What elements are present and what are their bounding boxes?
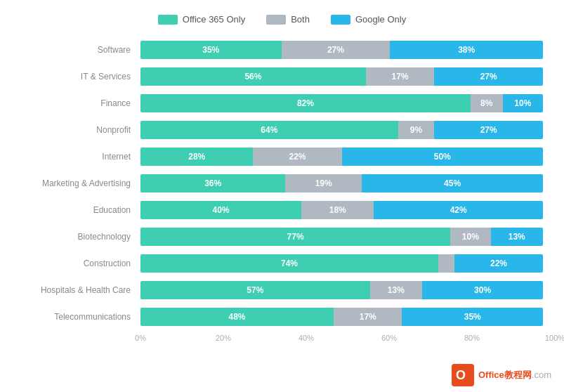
bar-label: Construction	[21, 259, 140, 268]
bar-row: Biotechnology77%10%13%	[21, 224, 543, 249]
bar-track: 36%19%45%	[140, 174, 543, 192]
bar-segment: 50%	[342, 148, 544, 166]
x-axis-tick: 100%	[545, 334, 564, 342]
bar-segment: 45%	[362, 174, 543, 192]
chart-container: Office 365 Only Both Google Only Softwar…	[0, 0, 564, 392]
bar-row: Nonprofit64%9%27%	[21, 117, 543, 143]
bar-track: 28%22%50%	[140, 148, 543, 166]
chart-area: Software35%27%38%IT & Services56%17%27%F…	[21, 37, 543, 331]
bar-track: 77%10%13%	[140, 228, 543, 246]
both-swatch	[266, 15, 286, 25]
office-icon: O	[452, 364, 474, 386]
watermark: O Office教程网.com	[452, 364, 551, 386]
bar-segment: 30%	[422, 281, 543, 299]
bar-track: 82%8%10%	[140, 94, 543, 112]
bar-row: Education40%18%42%	[21, 197, 543, 223]
x-axis-tick: 20%	[216, 334, 231, 342]
bar-row: Marketing & Advertising36%19%45%	[21, 171, 543, 196]
bar-segment: 36%	[140, 174, 285, 192]
bar-segment: 27%	[282, 41, 391, 59]
bar-segment	[438, 254, 454, 273]
bar-row: Hospitals & Health Care57%13%30%	[21, 277, 543, 303]
bar-track: 57%13%30%	[140, 281, 543, 299]
bar-segment: 28%	[140, 148, 253, 166]
bar-row: IT & Services56%17%27%	[21, 64, 543, 89]
watermark-label: Office教程网.com	[478, 369, 551, 381]
bar-segment: 19%	[285, 174, 362, 192]
legend-item: Office 365 Only	[158, 14, 245, 25]
bar-label: Biotechnology	[21, 232, 140, 242]
bar-segment: 40%	[140, 201, 301, 219]
bar-segment: 35%	[402, 308, 543, 326]
svg-text:O: O	[456, 368, 466, 382]
bar-segment: 27%	[434, 121, 543, 139]
bar-label: Education	[21, 205, 140, 215]
bar-track: 48%17%35%	[140, 308, 543, 326]
bar-segment: 10%	[503, 94, 543, 112]
bar-track: 64%9%27%	[140, 121, 543, 139]
bar-label: Telecommunications	[21, 312, 140, 322]
bar-label: Internet	[21, 152, 140, 162]
bar-segment: 38%	[390, 41, 543, 59]
bar-segment: 42%	[374, 201, 543, 219]
x-axis-tick: 40%	[299, 334, 314, 342]
bar-track: 35%27%38%	[140, 41, 543, 59]
bar-segment: 18%	[301, 201, 374, 219]
bar-segment: 10%	[450, 228, 490, 246]
bar-segment: 82%	[140, 94, 471, 112]
bar-segment: 13%	[370, 281, 422, 299]
bar-segment: 22%	[253, 148, 341, 166]
bar-track: 56%17%27%	[140, 67, 543, 86]
x-axis-tick: 0%	[135, 334, 146, 342]
bar-track: 74%22%	[140, 254, 543, 273]
bar-segment: 17%	[334, 308, 402, 326]
bar-segment: 57%	[140, 281, 370, 299]
bar-row: Finance82%8%10%	[21, 91, 543, 116]
bar-segment: 13%	[491, 228, 543, 246]
legend-label: Both	[291, 14, 310, 25]
bar-row: Telecommunications48%17%35%	[21, 304, 543, 329]
bar-row: Construction74%22%	[21, 251, 543, 276]
bar-segment: 8%	[471, 94, 503, 112]
bar-segment: 35%	[140, 41, 282, 59]
x-axis-tick: 60%	[381, 334, 397, 342]
legend: Office 365 Only Both Google Only	[21, 14, 543, 25]
x-axis-tick: 80%	[464, 334, 480, 342]
google-swatch	[331, 15, 350, 25]
bar-row: Software35%27%38%	[21, 37, 543, 63]
bar-label: IT & Services	[21, 72, 140, 81]
bar-segment: 56%	[140, 67, 366, 86]
bar-label: Marketing & Advertising	[21, 178, 140, 188]
bar-segment: 48%	[140, 308, 334, 326]
bar-segment: 27%	[434, 67, 543, 86]
bar-segment: 22%	[454, 254, 543, 273]
bar-segment: 64%	[140, 121, 398, 139]
bar-label: Software	[21, 45, 140, 55]
bar-segment: 74%	[140, 254, 438, 273]
legend-label: Google Only	[355, 14, 406, 25]
office365-swatch	[158, 15, 178, 25]
bar-segment: 9%	[398, 121, 435, 139]
legend-item: Google Only	[331, 14, 406, 25]
bar-label: Finance	[21, 98, 140, 108]
bar-track: 40%18%42%	[140, 201, 543, 219]
legend-item: Both	[266, 14, 310, 25]
bar-label: Nonprofit	[21, 125, 140, 135]
x-axis: 0%20%40%60%80%100%	[140, 334, 543, 346]
legend-label: Office 365 Only	[183, 14, 245, 25]
bar-row: Internet28%22%50%	[21, 144, 543, 169]
bar-label: Hospitals & Health Care	[21, 285, 140, 295]
bar-segment: 17%	[366, 67, 434, 86]
bar-segment: 77%	[140, 228, 450, 246]
